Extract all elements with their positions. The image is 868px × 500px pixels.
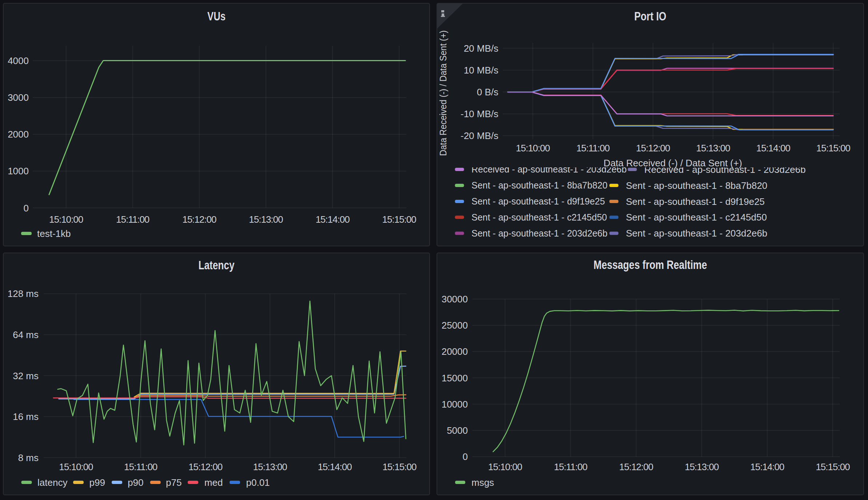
svg-text:p0.01: p0.01 [246, 477, 270, 488]
svg-text:Latency: Latency [199, 258, 235, 272]
svg-text:25000: 25000 [442, 320, 468, 331]
svg-text:15:13:00: 15:13:00 [685, 461, 719, 472]
svg-text:Messages from Realtime: Messages from Realtime [594, 258, 707, 271]
svg-text:20000: 20000 [442, 346, 468, 357]
svg-text:15:14:00: 15:14:00 [750, 461, 784, 472]
svg-text:Sent - ap-southeast-1 - 8ba7b8: Sent - ap-southeast-1 - 8ba7b820 [471, 180, 608, 190]
svg-text:p99: p99 [89, 477, 105, 488]
svg-text:15:15:00: 15:15:00 [382, 214, 417, 225]
svg-text:5000: 5000 [447, 425, 468, 436]
svg-text:20 MB/s: 20 MB/s [464, 43, 498, 54]
svg-text:Sent - ap-southeast-1 - 8ba7b8: Sent - ap-southeast-1 - 8ba7b820 [626, 180, 768, 191]
svg-text:10 MB/s: 10 MB/s [464, 65, 498, 76]
svg-text:15:12:00: 15:12:00 [636, 143, 670, 154]
svg-text:15:12:00: 15:12:00 [619, 461, 653, 472]
svg-text:test-1kb: test-1kb [37, 228, 71, 239]
svg-text:msgs: msgs [471, 477, 494, 488]
svg-text:15:13:00: 15:13:00 [253, 461, 287, 472]
svg-text:15:11:00: 15:11:00 [116, 214, 150, 225]
svg-text:Sent - ap-southeast-1 - c2145d: Sent - ap-southeast-1 - c2145d50 [471, 212, 607, 222]
svg-text:Sent - ap-southeast-1 - 203d2e: Sent - ap-southeast-1 - 203d2e6b [471, 228, 608, 238]
svg-text:32 ms: 32 ms [13, 370, 39, 381]
svg-text:15:13:00: 15:13:00 [696, 143, 730, 154]
svg-text:Data Received (-) / Data Sent: Data Received (-) / Data Sent (+) [604, 158, 742, 168]
svg-text:15:10:00: 15:10:00 [488, 461, 522, 472]
svg-text:0 B/s: 0 B/s [477, 87, 498, 98]
svg-text:Sent - ap-southeast-1 - d9f19e: Sent - ap-southeast-1 - d9f19e25 [471, 196, 605, 206]
svg-text:10000: 10000 [442, 399, 468, 410]
svg-text:p90: p90 [128, 477, 143, 488]
svg-text:16 ms: 16 ms [13, 411, 39, 422]
svg-text:15:14:00: 15:14:00 [756, 143, 791, 154]
svg-text:-20 MB/s: -20 MB/s [461, 130, 498, 141]
svg-text:15:11:00: 15:11:00 [576, 143, 610, 154]
svg-text:2000: 2000 [8, 129, 29, 140]
svg-text:15:13:00: 15:13:00 [249, 214, 283, 225]
svg-text:15:11:00: 15:11:00 [554, 461, 588, 472]
svg-text:30000: 30000 [442, 294, 468, 305]
svg-text:15:15:00: 15:15:00 [816, 143, 851, 154]
svg-text:15:12:00: 15:12:00 [182, 214, 216, 225]
svg-text:p75: p75 [166, 477, 182, 488]
svg-text:15:15:00: 15:15:00 [382, 461, 417, 472]
svg-text:1000: 1000 [8, 166, 29, 176]
svg-text:med: med [204, 477, 223, 488]
svg-text:15:14:00: 15:14:00 [315, 214, 350, 225]
svg-text:Sent - ap-southeast-1 - c2145d: Sent - ap-southeast-1 - c2145d50 [626, 212, 767, 223]
svg-text:15:10:00: 15:10:00 [59, 461, 93, 472]
svg-text:-10 MB/s: -10 MB/s [461, 108, 498, 119]
svg-text:128 ms: 128 ms [8, 288, 39, 299]
svg-text:VUs: VUs [207, 9, 226, 23]
svg-text:4000: 4000 [8, 55, 29, 66]
svg-text:latency: latency [37, 477, 67, 488]
svg-text:15:12:00: 15:12:00 [188, 461, 223, 472]
svg-text:15:11:00: 15:11:00 [124, 461, 158, 472]
svg-text:0: 0 [463, 451, 468, 462]
svg-text:15:14:00: 15:14:00 [318, 461, 352, 472]
svg-text:15000: 15000 [442, 373, 468, 384]
svg-text:15:10:00: 15:10:00 [516, 143, 550, 154]
svg-text:Data Received (-) / Data Sent: Data Received (-) / Data Sent (+) [438, 31, 449, 156]
svg-text:Sent - ap-southeast-1 - 203d2e: Sent - ap-southeast-1 - 203d2e6b [626, 228, 768, 239]
svg-text:Sent - ap-southeast-1 - d9f19e: Sent - ap-southeast-1 - d9f19e25 [626, 196, 765, 207]
svg-text:0: 0 [24, 203, 29, 214]
svg-text:15:10:00: 15:10:00 [49, 214, 83, 225]
svg-text:15:15:00: 15:15:00 [816, 461, 850, 472]
svg-text:3000: 3000 [8, 92, 29, 103]
svg-text:64 ms: 64 ms [13, 329, 39, 340]
svg-text:8 ms: 8 ms [18, 452, 39, 463]
svg-text:Port IO: Port IO [634, 9, 666, 23]
